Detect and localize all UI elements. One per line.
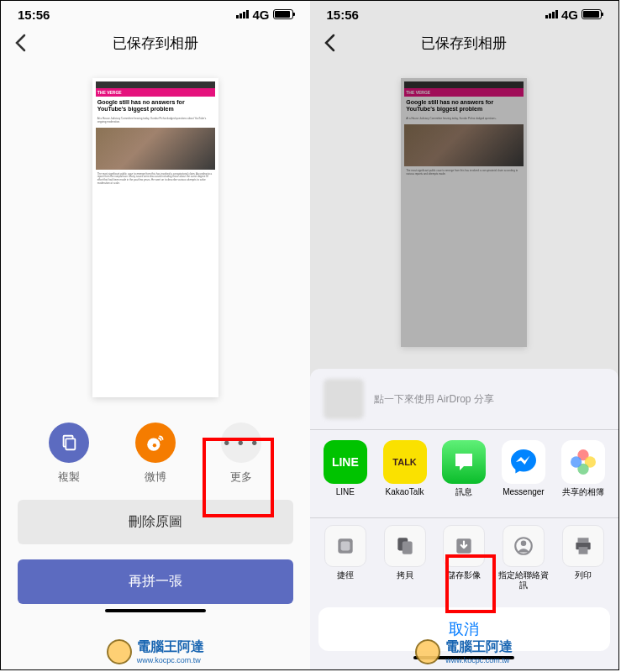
watermark-url: www.kocpc.com.tw xyxy=(445,656,513,664)
watermark-text: 電腦王阿達 xyxy=(445,639,513,654)
messages-icon xyxy=(442,440,486,484)
weibo-icon xyxy=(135,423,176,463)
page-title: 已保存到相册 xyxy=(113,34,198,53)
phone-screen-left: 15:56 4G 已保存到相册 THE VERGE Google still h… xyxy=(1,1,310,669)
svg-point-14 xyxy=(521,541,527,547)
share-copy-label: 複製 xyxy=(58,470,80,485)
action-shortcuts[interactable]: 捷徑 xyxy=(317,525,375,591)
stitch-again-button[interactable]: 再拼一張 xyxy=(18,559,293,604)
action-assign-contact[interactable]: 指定給聯絡資訊 xyxy=(495,525,553,591)
app-messenger[interactable]: Messenger xyxy=(495,440,553,507)
app-messages[interactable]: 訊息 xyxy=(435,440,493,507)
app-shared-albums[interactable]: 共享的相簿 xyxy=(554,440,612,507)
svg-rect-15 xyxy=(577,538,588,542)
status-time: 15:56 xyxy=(327,8,359,22)
messenger-icon xyxy=(502,440,545,484)
watermark-mascot-icon xyxy=(107,639,132,664)
more-icon: • • • xyxy=(221,423,261,463)
home-indicator[interactable] xyxy=(105,609,206,612)
line-icon: LINE xyxy=(324,440,367,484)
share-apps-row: LINE LINE TALK KakaoTalk 訊息 xyxy=(310,437,619,517)
copy-icon xyxy=(49,423,89,463)
preview-brand: THE VERGE xyxy=(96,88,215,97)
network-label: 4G xyxy=(252,8,269,22)
airdrop-label: 點一下來使用 AirDrop 分享 xyxy=(374,392,494,407)
back-button[interactable] xyxy=(324,34,335,52)
photos-icon xyxy=(561,440,605,484)
battery-icon xyxy=(582,9,602,19)
action-save-image[interactable]: 儲存影像 xyxy=(435,525,493,591)
airdrop-section[interactable]: 點一下來使用 AirDrop 分享 xyxy=(310,369,619,429)
svg-rect-9 xyxy=(340,542,350,551)
svg-rect-17 xyxy=(578,547,587,554)
network-label: 4G xyxy=(561,8,578,22)
airdrop-thumbnail xyxy=(324,379,364,419)
watermark-mascot-icon xyxy=(415,639,440,664)
assign-contact-icon xyxy=(503,525,545,567)
save-image-icon xyxy=(443,525,485,567)
share-options-row: 複製 微博 • • • 更多 xyxy=(1,423,310,485)
action-print[interactable]: 列印 xyxy=(554,525,612,591)
watermark-text: 電腦王阿達 xyxy=(137,639,204,654)
svg-rect-1 xyxy=(66,438,76,449)
share-weibo[interactable]: 微博 xyxy=(135,423,176,485)
share-weibo-label: 微博 xyxy=(145,470,166,485)
screenshot-preview[interactable]: THE VERGE Google still has no answers fo… xyxy=(1,61,310,414)
page-header: 已保存到相册 xyxy=(310,24,619,61)
svg-rect-11 xyxy=(402,542,412,554)
copy-action-icon xyxy=(384,525,426,567)
watermark-url: www.kocpc.com.tw xyxy=(137,656,204,664)
shortcuts-icon xyxy=(324,525,366,567)
ios-share-sheet: 點一下來使用 AirDrop 分享 LINE LINE TALK KakaoTa… xyxy=(310,369,619,669)
share-more[interactable]: • • • 更多 xyxy=(221,423,261,485)
app-line[interactable]: LINE LINE xyxy=(317,440,375,507)
delete-original-button[interactable]: 刪除原圖 xyxy=(18,500,293,544)
signal-icon xyxy=(236,10,249,18)
page-title: 已保存到相册 xyxy=(421,34,507,53)
preview-headline: Google still has no answers for YouTube'… xyxy=(96,97,215,116)
status-bar: 15:56 4G xyxy=(310,1,619,24)
svg-point-7 xyxy=(571,456,582,467)
watermark: 電腦王阿達 www.kocpc.com.tw xyxy=(107,638,204,664)
svg-point-3 xyxy=(153,444,156,447)
screenshot-preview: THE VERGE Google still has no answers fo… xyxy=(310,61,619,364)
back-button[interactable] xyxy=(14,34,26,52)
battery-icon xyxy=(273,9,293,19)
watermark: 電腦王阿達 www.kocpc.com.tw xyxy=(415,638,513,664)
action-copy[interactable]: 拷貝 xyxy=(376,525,434,591)
kakaotalk-icon: TALK xyxy=(383,440,427,484)
page-header: 已保存到相册 xyxy=(1,24,310,61)
share-copy[interactable]: 複製 xyxy=(49,423,89,485)
phone-screen-right: 15:56 4G 已保存到相册 THE VERGE Google still h… xyxy=(310,1,619,669)
app-kakaotalk[interactable]: TALK KakaoTalk xyxy=(376,440,434,507)
print-icon xyxy=(562,525,604,567)
share-more-label: 更多 xyxy=(230,470,252,485)
status-time: 15:56 xyxy=(18,8,50,22)
share-actions-row: 捷徑 拷貝 儲存影像 xyxy=(310,517,619,601)
status-bar: 15:56 4G xyxy=(1,1,310,24)
signal-icon xyxy=(545,10,558,18)
